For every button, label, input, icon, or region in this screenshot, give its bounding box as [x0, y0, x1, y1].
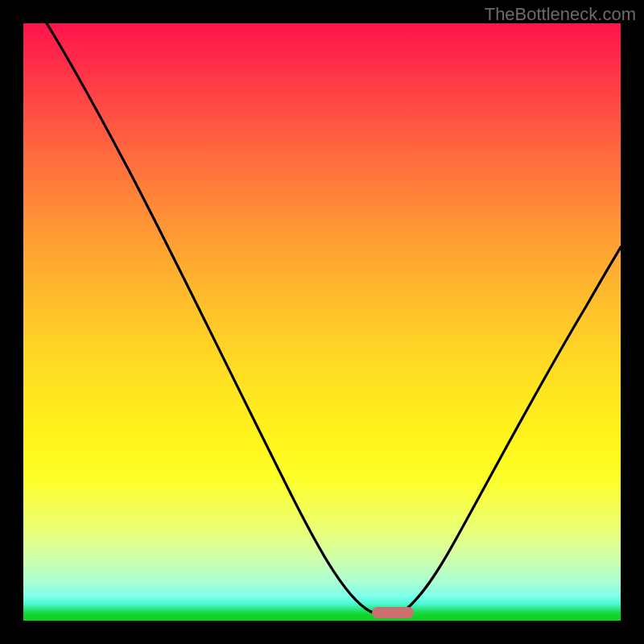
- plot-area: [23, 23, 621, 621]
- bottleneck-curve: [23, 23, 621, 621]
- chart-frame: TheBottleneck.com: [0, 0, 644, 644]
- watermark-text: TheBottleneck.com: [485, 4, 636, 25]
- optimal-range-marker: [372, 607, 414, 618]
- curve-path: [47, 23, 621, 616]
